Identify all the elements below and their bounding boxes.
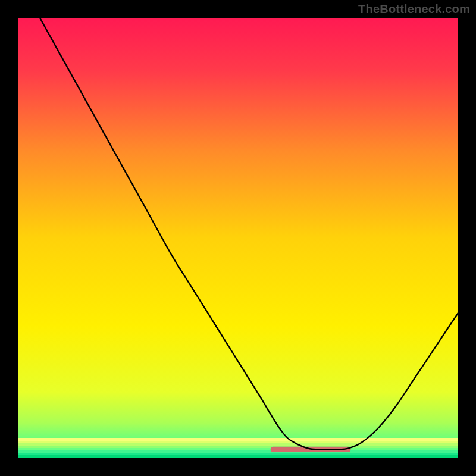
- bottleneck-curve: [40, 18, 458, 449]
- outer-frame: TheBottleneck.com: [0, 0, 476, 476]
- plot-area: [18, 18, 458, 458]
- curve-layer: [18, 18, 458, 458]
- watermark-text: TheBottleneck.com: [358, 2, 470, 16]
